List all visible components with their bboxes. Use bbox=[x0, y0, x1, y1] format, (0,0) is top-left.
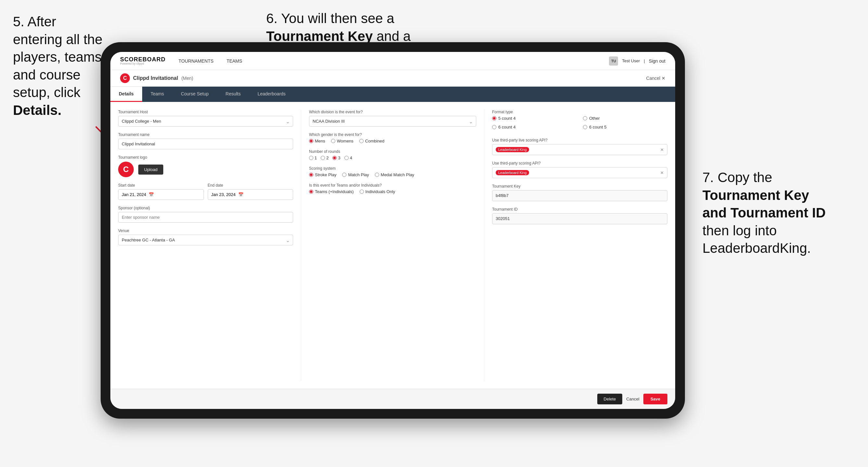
action-bar: Delete Cancel Save bbox=[111, 389, 675, 409]
venue-select-wrapper[interactable]: Peachtree GC - Atlanta - GA bbox=[118, 235, 293, 245]
gender-mens[interactable]: Mens bbox=[309, 138, 325, 144]
scoring-match[interactable]: Match Play bbox=[342, 172, 369, 177]
format-6count5-radio[interactable] bbox=[583, 125, 587, 129]
third-party-2-tag: Leaderboard King bbox=[496, 170, 529, 175]
col-mid: Which division is the event for? NCAA Di… bbox=[301, 110, 484, 381]
scoring-medal[interactable]: Medal Match Play bbox=[375, 172, 414, 177]
brand: SCOREBOARD Powered by clippd bbox=[120, 57, 165, 65]
scoring-label: Scoring system bbox=[309, 166, 476, 171]
teams-individuals[interactable]: Individuals Only bbox=[360, 189, 395, 194]
format-other[interactable]: Other bbox=[583, 116, 668, 121]
format-other-radio[interactable] bbox=[583, 116, 587, 120]
tab-course-setup[interactable]: Course Setup bbox=[173, 87, 217, 102]
format-5count4-radio[interactable] bbox=[492, 116, 496, 120]
tab-leaderboards[interactable]: Leaderboards bbox=[249, 87, 294, 102]
scoring-match-radio[interactable] bbox=[342, 173, 346, 177]
nav-tournaments[interactable]: TOURNAMENTS bbox=[179, 58, 214, 64]
third-party-1-clear[interactable]: ✕ bbox=[660, 147, 664, 152]
col-left: Tournament Host Clippd College - Men Tou… bbox=[118, 110, 301, 381]
end-date-group: End date Jan 23, 2024 📅 bbox=[208, 183, 293, 200]
division-select-wrapper[interactable]: NCAA Division III bbox=[309, 116, 476, 127]
rounds-label: Number of rounds bbox=[309, 149, 476, 154]
gender-womens[interactable]: Womens bbox=[331, 138, 353, 144]
tournament-host-group: Tournament Host Clippd College - Men bbox=[118, 110, 293, 127]
format-6count4[interactable]: 6 count 4 bbox=[492, 125, 577, 129]
scoring-stroke[interactable]: Stroke Play bbox=[309, 172, 336, 177]
annotation-right-line1: 7. Copy the bbox=[703, 170, 772, 185]
round-3-radio[interactable] bbox=[332, 156, 337, 160]
tournament-key-value: b4f8b7 bbox=[492, 190, 668, 201]
third-party-2-clear[interactable]: ✕ bbox=[660, 170, 664, 175]
nav-teams[interactable]: TEAMS bbox=[226, 58, 242, 64]
round-1[interactable]: 1 bbox=[309, 155, 317, 160]
calendar-icon-start: 📅 bbox=[149, 192, 154, 197]
annotation-top-bold: Tournament Key bbox=[266, 29, 373, 44]
round-2[interactable]: 2 bbox=[321, 155, 329, 160]
sign-out-link[interactable]: Sign out bbox=[649, 58, 665, 64]
navbar-right: TU Test User | Sign out bbox=[609, 57, 665, 66]
brand-sub: Powered by clippd bbox=[120, 62, 165, 65]
gender-womens-radio[interactable] bbox=[331, 139, 335, 143]
teams-radio-group: Teams (+Individuals) Individuals Only bbox=[309, 189, 476, 194]
upload-button[interactable]: Upload bbox=[138, 164, 163, 175]
format-5count4[interactable]: 5 count 4 bbox=[492, 116, 577, 121]
third-party-1-group: Use third-party live scoring API? Leader… bbox=[492, 138, 668, 155]
gender-radio-group: Mens Womens Combined bbox=[309, 138, 476, 144]
tab-details[interactable]: Details bbox=[111, 87, 142, 102]
annotation-left-bold: Details. bbox=[13, 102, 61, 118]
tab-teams[interactable]: Teams bbox=[142, 87, 173, 102]
third-party-1-field[interactable]: Leaderboard King ✕ bbox=[492, 144, 668, 155]
round-4-radio[interactable] bbox=[344, 156, 349, 160]
round-3[interactable]: 3 bbox=[332, 155, 340, 160]
tournament-key-label: Tournament Key bbox=[492, 184, 668, 189]
venue-label: Venue bbox=[118, 228, 293, 233]
breadcrumb-bar: C Clippd Invitational (Men) Cancel ✕ bbox=[111, 70, 675, 87]
teams-plus[interactable]: Teams (+Individuals) bbox=[309, 189, 354, 194]
end-date-field[interactable]: Jan 23, 2024 📅 bbox=[208, 189, 293, 200]
gender-label: Which gender is the event for? bbox=[309, 132, 476, 137]
start-date-label: Start date bbox=[118, 183, 204, 188]
cancel-breadcrumb[interactable]: Cancel ✕ bbox=[646, 75, 665, 81]
tablet-device: SCOREBOARD Powered by clippd TOURNAMENTS… bbox=[101, 42, 685, 418]
sponsor-input[interactable] bbox=[118, 212, 293, 223]
end-date-value: Jan 23, 2024 bbox=[211, 192, 236, 197]
save-button[interactable]: Save bbox=[643, 394, 668, 404]
breadcrumb-title: Clippd Invitational bbox=[133, 75, 178, 81]
rounds-radio-group: 1 2 3 4 bbox=[309, 155, 476, 160]
annotation-left-text: 5. After entering all the players, teams… bbox=[13, 14, 102, 100]
tournament-id-value: 302051 bbox=[492, 213, 668, 224]
cancel-button[interactable]: Cancel bbox=[626, 397, 639, 401]
gender-combined[interactable]: Combined bbox=[359, 138, 384, 144]
format-6count4-radio[interactable] bbox=[492, 125, 496, 129]
tab-results[interactable]: Results bbox=[217, 87, 249, 102]
tournament-host-select-wrapper[interactable]: Clippd College - Men bbox=[118, 116, 293, 127]
sign-out-separator: | bbox=[644, 58, 645, 63]
annotation-right-line3: LeaderboardKing. bbox=[703, 241, 811, 256]
tournament-name-group: Tournament name bbox=[118, 132, 293, 149]
teams-individuals-radio[interactable] bbox=[360, 189, 364, 194]
breadcrumb-logo: C bbox=[120, 73, 130, 83]
round-4[interactable]: 4 bbox=[344, 155, 352, 160]
tournament-host-select[interactable]: Clippd College - Men bbox=[118, 116, 293, 127]
delete-button[interactable]: Delete bbox=[597, 394, 623, 404]
gender-mens-radio[interactable] bbox=[309, 139, 313, 143]
gender-combined-radio[interactable] bbox=[359, 139, 364, 143]
round-1-radio[interactable] bbox=[309, 156, 313, 160]
third-party-2-field[interactable]: Leaderboard King ✕ bbox=[492, 167, 668, 178]
scoring-stroke-radio[interactable] bbox=[309, 173, 313, 177]
col-right: Format type 5 count 4 Other 6 count 4 bbox=[484, 110, 668, 381]
tournament-name-input[interactable] bbox=[118, 138, 293, 149]
division-select[interactable]: NCAA Division III bbox=[309, 116, 476, 127]
round-2-radio[interactable] bbox=[321, 156, 325, 160]
teams-plus-radio[interactable] bbox=[309, 189, 313, 194]
scoring-medal-radio[interactable] bbox=[375, 173, 379, 177]
third-party-2-label: Use third-party scoring API? bbox=[492, 161, 668, 165]
format-6count5[interactable]: 6 count 5 bbox=[583, 125, 668, 129]
gender-group: Which gender is the event for? Mens Wome… bbox=[309, 132, 476, 144]
user-name: Test User bbox=[622, 58, 640, 63]
format-group: Format type 5 count 4 Other 6 count 4 bbox=[492, 110, 668, 132]
calendar-icon-end: 📅 bbox=[238, 192, 244, 197]
start-date-field[interactable]: Jan 21, 2024 📅 bbox=[118, 189, 204, 200]
venue-select[interactable]: Peachtree GC - Atlanta - GA bbox=[118, 235, 293, 245]
main-content: Tournament Host Clippd College - Men Tou… bbox=[111, 102, 675, 389]
